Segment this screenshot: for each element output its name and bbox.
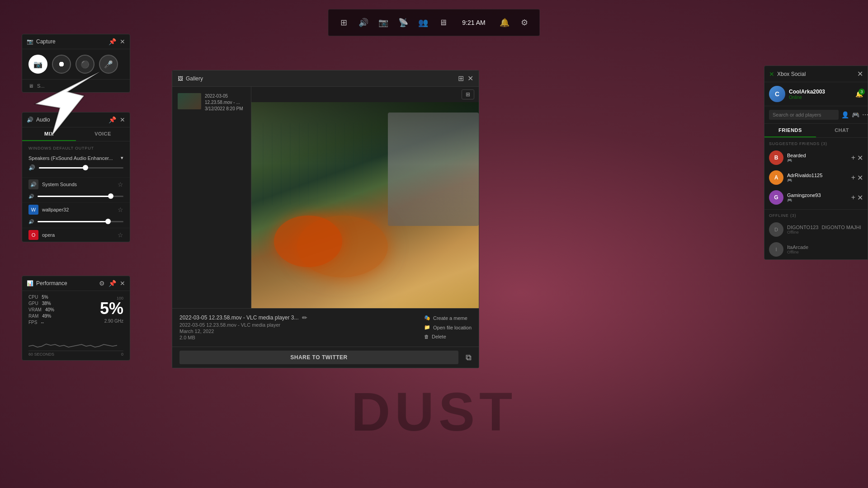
open-file-location-button[interactable]: 📁 Open file location	[424, 324, 472, 331]
notification-badge: 3	[859, 89, 865, 95]
audio-close-button[interactable]: ✕	[120, 116, 125, 123]
gpu-value: 38%	[42, 301, 51, 306]
perf-min-label: 0	[121, 352, 123, 357]
gallery-window-icon-btn[interactable]: ⊞	[458, 74, 464, 83]
dismiss-friend-gamingzone-button[interactable]: ✕	[857, 193, 863, 202]
dismiss-friend-adrrivaldo-button[interactable]: ✕	[857, 174, 863, 182]
dismiss-friend-bearded-button[interactable]: ✕	[857, 154, 863, 162]
taskbar-friends-icon[interactable]: 👥	[415, 14, 431, 31]
pc-top-shadow	[251, 102, 479, 164]
screenshot-button[interactable]: 📷	[28, 55, 47, 74]
gallery-file-size: 2.0 MB	[179, 335, 424, 340]
user-name: CoolArka2003	[789, 89, 852, 95]
audio-master-slider[interactable]	[39, 167, 123, 169]
friend-name-adrrivaldo: AdrRivaldo1125	[787, 173, 848, 178]
taskbar-screenshot-icon[interactable]: 📷	[375, 14, 392, 31]
system-sounds-fill	[38, 196, 111, 197]
audio-panel: 🔊 Audio 📌 ✕ MIX VOICE WINDOWS DEFAULT OU…	[22, 112, 130, 242]
friend-row-bearded: B Bearded 🎮 + ✕	[764, 148, 868, 168]
tab-chat[interactable]: CHAT	[816, 124, 868, 137]
wallpaper32-info: W wallpaper32	[28, 205, 69, 215]
taskbar-notifications-icon[interactable]: 🔔	[496, 14, 513, 31]
system-sounds-volume-slider: 🔊	[28, 192, 123, 201]
friend-platform-bearded: 🎮	[787, 158, 848, 163]
create-meme-button[interactable]: 🎭 Create a meme	[424, 314, 467, 322]
gallery-close-button[interactable]: ✕	[467, 74, 473, 83]
gallery-sidebar: 2022-03-05 12.23.58.mov - ... 3/12/2022 …	[172, 87, 251, 308]
taskbar-screen-capture-icon[interactable]: ⊞	[335, 14, 352, 31]
taskbar-broadcast-icon[interactable]: 📡	[395, 14, 411, 31]
search-input[interactable]	[769, 110, 839, 120]
system-sounds-star-button[interactable]: ☆	[118, 181, 123, 188]
audio-output-chevron[interactable]: ▾	[121, 155, 123, 161]
system-sounds-track[interactable]	[38, 196, 123, 197]
share-to-twitter-button[interactable]: SHARE TO TWITTER	[179, 351, 458, 364]
add-friend-bearded-button[interactable]: +	[851, 154, 855, 162]
add-friend-gamingzone-button[interactable]: +	[851, 193, 855, 202]
audio-pin-button[interactable]: 📌	[108, 116, 116, 123]
perf-settings-button[interactable]: ⚙	[99, 280, 105, 287]
friend-avatar-gamingzone: G	[769, 190, 783, 205]
offline-name-ita: ItaArcade	[787, 244, 863, 250]
audio-tab-mix[interactable]: MIX	[22, 127, 76, 141]
gallery-content: 2022-03-05 12.23.58.mov - ... 3/12/2022 …	[172, 87, 479, 308]
perf-pin-button[interactable]: 📌	[108, 280, 116, 287]
perf-panel-title: 📊 Performance	[27, 280, 67, 286]
notification-button[interactable]: 🔔 3	[855, 90, 863, 98]
offline-avatar-ita: I	[769, 242, 783, 257]
wallpaper32-label: wallpaper32	[42, 207, 69, 212]
tab-friends[interactable]: FRIENDS	[764, 124, 816, 137]
capture-bottom-bar: 🖥 S...	[22, 79, 130, 92]
offline-section: OFFLINE (3) D DIGONTO123 DIGONTO MAJHI O…	[764, 209, 868, 259]
xbox-user-row: C CoolArka2003 Online 🔔 3	[764, 82, 868, 106]
ram-value: 49%	[42, 314, 51, 319]
mic-button[interactable]: 🎤	[99, 55, 118, 74]
perf-big-number: 5%	[100, 300, 123, 317]
thumbnail-filename: 2022-03-05 12.23.58.mov - ...	[205, 93, 245, 106]
taskbar-time: 9:21 AM	[455, 19, 492, 26]
taskbar-overlay-icon[interactable]: 🖥	[435, 14, 451, 31]
gallery-topbar: ⊞	[251, 87, 479, 102]
gallery-main-image	[251, 102, 479, 308]
capture-pin-button[interactable]: 📌	[108, 38, 116, 45]
capture-bottom-icon: 🖥	[28, 83, 33, 89]
opera-star-button[interactable]: ☆	[118, 231, 123, 239]
performance-panel: 📊 Performance ⚙ 📌 ✕ CPU 5% GPU 38% VRAM …	[22, 276, 130, 361]
gallery-window: 🖼 Gallery ⊞ ✕ 2022-03-05 12.23.58.mov - …	[172, 70, 479, 368]
more-options-button[interactable]: ⋯	[862, 111, 868, 118]
system-sounds-info: 🔊 System Sounds	[28, 179, 77, 189]
wallpaper32-fill	[38, 221, 108, 222]
opera-label: opera	[42, 232, 55, 238]
gallery-edit-button[interactable]: ✏	[302, 314, 307, 321]
add-friend-adrrivaldo-button[interactable]: +	[851, 174, 855, 182]
audio-output-device: Speakers (FxSound Audio Enhancer...	[28, 155, 113, 161]
taskbar-volume-icon[interactable]: 🔊	[355, 14, 372, 31]
friend-info-gamingzone: Gamingzone93 🎮	[787, 192, 848, 202]
xbox-social-close-button[interactable]: ✕	[857, 70, 863, 78]
gallery-view-toggle[interactable]: ⊞	[462, 89, 474, 99]
opera-row: O opera ☆	[22, 228, 130, 242]
friend-actions-bearded: + ✕	[851, 154, 863, 162]
meme-icon: 🎭	[424, 315, 430, 321]
delete-button[interactable]: 🗑 Delete	[424, 333, 446, 340]
audio-volume-icon: 🔊	[28, 164, 35, 171]
audio-icon: 🔊	[27, 117, 33, 123]
audio-tab-voice[interactable]: VOICE	[76, 127, 130, 141]
copy-button[interactable]: ⧉	[466, 353, 472, 362]
wallpaper32-track[interactable]	[38, 221, 123, 222]
perf-close-button[interactable]: ✕	[120, 280, 125, 287]
invite-icon-button[interactable]: 🎮	[852, 111, 859, 118]
audio-panel-header: 🔊 Audio 📌 ✕	[22, 113, 130, 127]
capture-close-button[interactable]: ✕	[120, 38, 125, 45]
user-avatar: C	[769, 86, 785, 102]
cpu-label: CPU	[28, 295, 38, 300]
gallery-thumbnail-item[interactable]: 2022-03-05 12.23.58.mov - ... 3/12/2022 …	[176, 90, 247, 115]
taskbar-settings-icon[interactable]: ⚙	[516, 14, 533, 31]
offline-info-digonto: DIGONTO123 DIGONTO MAJHI Offline	[787, 225, 863, 235]
friend-platform-adrrivaldo: 🎮	[787, 178, 848, 183]
record-dot-button[interactable]: ⚫	[75, 55, 94, 74]
wallpaper32-star-button[interactable]: ☆	[118, 206, 123, 213]
search-icon-button[interactable]: 👤	[841, 111, 849, 118]
xbox-nav-tabs: FRIENDS CHAT	[764, 124, 868, 138]
record-button[interactable]: ⏺	[52, 55, 71, 74]
